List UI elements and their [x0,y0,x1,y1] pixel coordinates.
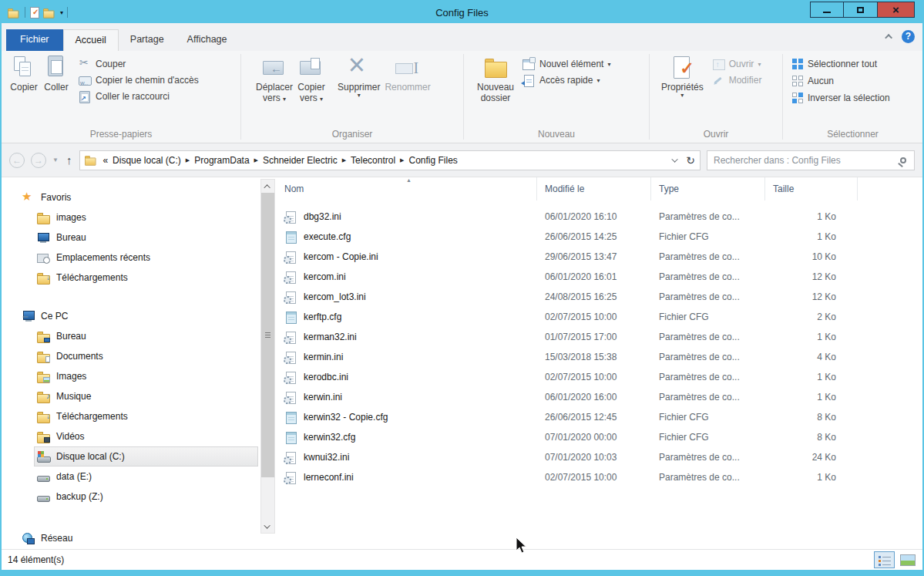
maximize-button[interactable] [844,2,878,18]
sidebar-item-telechargements[interactable]: ↓Téléchargements [2,406,260,426]
thumbnails-view-button[interactable] [897,551,918,568]
table-row[interactable]: kwnui32.ini07/01/2020 10:03Paramètres de… [277,447,922,467]
forward-button[interactable]: → [31,153,46,168]
scrollbar-thumb[interactable] [261,193,274,477]
copy-button[interactable]: Copier [8,55,40,93]
sidebar-item-disque-local-c[interactable]: Disque local (C:) [34,446,258,467]
rename-icon [394,56,422,80]
help-icon[interactable]: ? [902,30,915,43]
new-item-button[interactable]: Nouvel élément ▾ [522,59,610,70]
qat-dropdown-icon[interactable]: ▾ [60,9,63,16]
sidebar-item-label: backup (Z:) [56,491,103,502]
history-dropdown-icon[interactable]: ▼ [52,157,59,163]
open-button[interactable]: Ouvrir ▾ [712,59,762,70]
properties-button[interactable]: Propriétés ▾ [659,55,706,99]
sidebar-item-images[interactable]: images [2,207,260,227]
table-row[interactable]: kerwin32.cfg07/01/2020 00:00Fichier CFG8… [277,427,922,447]
minimize-button[interactable] [810,2,844,18]
collapse-ribbon-icon[interactable] [885,34,892,42]
rename-button[interactable]: Renommer [382,55,432,93]
file-type-cell: Paramètres de co... [651,372,765,382]
invert-selection-button[interactable]: Inverser la sélection [792,93,890,104]
scrollbar-track[interactable] [261,193,274,520]
search-icon[interactable] [900,157,906,163]
table-row[interactable]: kercom - Copie.ini29/06/2015 13:47Paramè… [277,247,922,267]
cut-button[interactable]: Couper [79,59,199,70]
breadcrumb-segment[interactable]: Config Files [409,155,458,166]
sidebar-section-ce-pc[interactable]: Ce PC [2,306,260,326]
table-row[interactable]: kercom.ini06/01/2020 16:01Paramètres de … [277,267,922,287]
select-none-button[interactable]: Aucun [792,76,890,87]
up-button[interactable]: ↑ [66,153,72,167]
sidebar-section-favoris[interactable]: Favoris [2,187,260,207]
move-to-button[interactable]: Déplacer vers ▾ [254,55,295,105]
select-all-button[interactable]: Sélectionner tout [792,59,890,70]
column-header-modifie-le[interactable]: Modifié le [537,177,651,200]
ini-file-icon [284,211,297,223]
table-row[interactable]: kerodbc.ini02/07/2015 10:00Paramètres de… [277,367,922,387]
breadcrumb-separator[interactable]: ▶ [400,157,404,163]
table-row[interactable]: dbg32.ini06/01/2020 16:10Paramètres de c… [277,207,922,227]
copy-path-button[interactable]: Copier le chemin d'accès [79,75,199,86]
breadcrumb[interactable]: « Disque local (C:)▶ProgramData▶Schneide… [79,150,701,170]
scrollbar-up-icon[interactable] [261,180,274,193]
sidebar-section-reseau[interactable]: Réseau [2,528,260,548]
table-row[interactable]: kerwin.ini06/01/2020 16:00Paramètres de … [277,387,922,407]
file-name-cell: kercom_lot3.ini [277,291,537,303]
table-row[interactable]: kerwin32 - Copie.cfg26/06/2015 12:45Fich… [277,407,922,427]
refresh-icon[interactable]: ↻ [686,154,695,167]
breadcrumb-separator[interactable]: ▶ [186,157,190,163]
breadcrumb-separator[interactable]: ▶ [254,157,258,163]
file-size-cell: 1 Ko [765,211,858,222]
breadcrumb-separator[interactable]: ▶ [342,157,346,163]
table-row[interactable]: kermin.ini15/03/2018 15:38Paramètres de … [277,347,922,367]
breadcrumb-segment[interactable]: Disque local (C:) [113,155,181,166]
sidebar-item-bureau[interactable]: Bureau [2,227,260,248]
column-header-type[interactable]: Type [651,177,765,200]
back-button[interactable]: ← [9,153,25,168]
details-view-button[interactable] [874,551,895,568]
table-row[interactable]: kerman32.ini01/07/2015 17:00Paramètres d… [277,327,922,347]
sidebar-item-data-e[interactable]: data (E:) [2,467,260,487]
copy-to-button[interactable]: Copier vers ▾ [295,55,328,105]
breadcrumb-segment[interactable]: Telecontrol [351,155,395,166]
sidebar-item-telechargements[interactable]: ↓Téléchargements [2,268,260,288]
sidebar-item-images[interactable]: Images [2,366,260,386]
sidebar-item-documents[interactable]: Documents [2,346,260,366]
table-row[interactable]: kercom_lot3.ini24/08/2015 16:25Paramètre… [277,287,922,307]
column-header-taille[interactable]: Taille [765,177,858,200]
tab-affichage[interactable]: Affichage [176,29,239,51]
qat-folder-icon[interactable] [43,8,54,18]
address-dropdown-icon[interactable] [672,156,678,162]
table-row[interactable]: execute.cfg26/06/2015 14:25Fichier CFG1 … [277,227,922,247]
new-folder-button[interactable]: Nouveau dossier [475,55,516,105]
table-row[interactable]: kerftp.cfg02/07/2015 10:00Fichier CFG2 K… [277,307,922,327]
quick-access-button[interactable]: Accès rapide ▾ [522,75,610,86]
breadcrumb-overflow[interactable]: « [102,155,108,166]
sidebar-scrollbar[interactable] [260,179,275,534]
paste-button[interactable]: Coller [40,55,72,93]
breadcrumb-segment[interactable]: Schneider Electric [263,155,338,166]
column-header-nom[interactable]: Nom▲ [277,177,537,200]
tab-fichier[interactable]: Fichier [6,29,63,51]
tab-partage[interactable]: Partage [119,29,176,51]
edit-button[interactable]: Modifier [712,75,762,86]
sidebar-item-bureau[interactable]: Bureau [2,326,260,346]
qat-properties-icon[interactable] [29,7,39,19]
sidebar-item-backup-z[interactable]: backup (Z:) [2,487,260,507]
close-button[interactable]: × [878,2,915,18]
table-row[interactable]: lerneconf.ini02/07/2015 10:00Paramètres … [277,467,922,487]
delete-button[interactable]: Supprimer ▾ [335,55,382,99]
search-input[interactable] [712,154,900,167]
sidebar-item-emplacements-recents[interactable]: Emplacements récents [2,248,260,268]
file-modified-cell: 24/08/2015 16:25 [537,291,651,302]
tab-accueil[interactable]: Accueil [63,29,119,51]
sidebar-item-musique[interactable]: ♪Musique [2,386,260,406]
breadcrumb-segment[interactable]: ProgramData [194,155,249,166]
qat-folder-icon[interactable] [8,8,18,18]
sidebar-item-videos[interactable]: Vidéos [2,426,260,446]
scrollbar-down-icon[interactable] [261,520,274,533]
ribbon-group-open: Propriétés ▾ Ouvrir ▾ Modifier Ouvrir [650,51,782,143]
open-dropdown: ▾ [758,62,761,68]
paste-shortcut-button[interactable]: Coller le raccourci [79,91,199,103]
